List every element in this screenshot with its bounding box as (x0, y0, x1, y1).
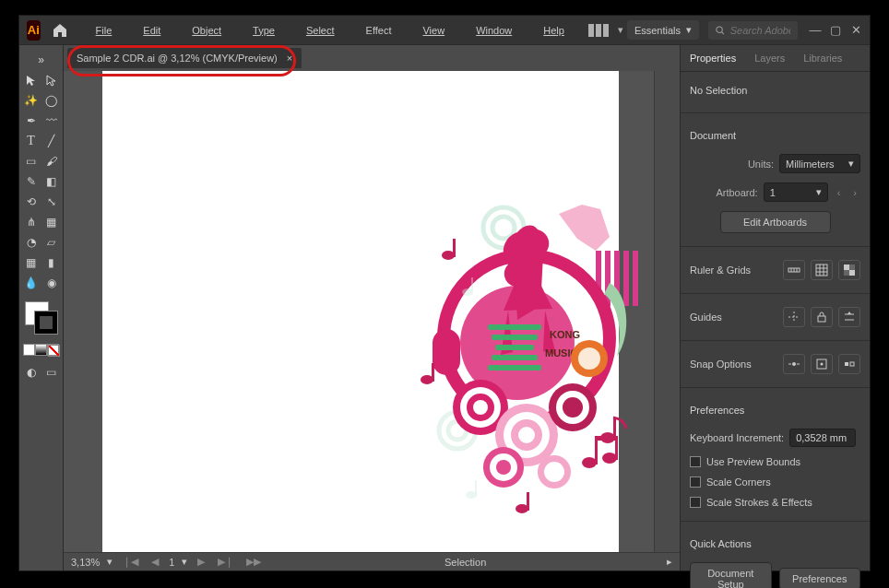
perspective-tool[interactable]: ▱ (42, 233, 61, 252)
eraser-tool[interactable]: ◧ (42, 172, 61, 191)
document-section: Document (690, 126, 860, 145)
document-tab[interactable]: Sample 2 CDR.ai @ 3,12% (CMYK/Preview) × (67, 48, 302, 68)
svg-text:KONG: KONG (550, 329, 580, 340)
menu-view[interactable]: View (408, 21, 459, 40)
artboard-dropdown[interactable]: 1▾ (764, 182, 828, 202)
guides-label: Guides (690, 312, 777, 323)
zoom-level[interactable]: 3,13% (71, 557, 100, 568)
svg-rect-56 (475, 480, 477, 497)
magic-wand-tool[interactable]: ✨ (22, 91, 41, 110)
snap-grid-icon[interactable] (811, 354, 833, 374)
svg-rect-54 (471, 277, 473, 294)
workspace-switcher[interactable]: Essentials ▾ (627, 20, 699, 40)
rotate-tool[interactable]: ⟲ (22, 193, 41, 211)
svg-point-3 (492, 217, 515, 239)
canvas[interactable]: KONG MUSIC (64, 71, 654, 552)
artboard-prev[interactable]: ‹ (834, 187, 845, 198)
scale-corners-checkbox[interactable]: Scale Corners (690, 476, 860, 488)
menu-edit[interactable]: Edit (128, 21, 175, 40)
pen-tool[interactable]: ✒ (22, 112, 41, 130)
artboard-next[interactable]: › (849, 187, 860, 198)
direct-selection-tool[interactable] (42, 71, 61, 89)
artwork: KONG MUSIC (416, 200, 665, 523)
grid-icon[interactable] (811, 260, 833, 280)
preferences-button[interactable]: Preferences (779, 568, 861, 588)
stroke-swatch[interactable] (34, 311, 58, 335)
status-menu-icon[interactable]: ▸ (667, 556, 672, 568)
prev-artboard-button[interactable]: ◀ (148, 556, 161, 568)
status-bar: 3,13% ▾ ❘◀ ◀ 1 ▾ ▶ ▶❘ ▶▶ Selection ▸ (64, 552, 680, 570)
arrange-documents-icon[interactable] (588, 24, 609, 37)
shape-builder-tool[interactable]: ◔ (22, 233, 41, 252)
menu-file[interactable]: File (81, 21, 127, 40)
menu-object[interactable]: Object (177, 21, 236, 40)
smart-guides-icon[interactable] (838, 307, 860, 327)
menu-type[interactable]: Type (238, 21, 290, 40)
tab-layers[interactable]: Layers (745, 45, 794, 71)
color-mode-swatches[interactable] (23, 344, 59, 356)
maximize-button[interactable]: ▢ (829, 23, 842, 37)
keyboard-increment-input[interactable] (789, 429, 856, 447)
color-well[interactable] (25, 301, 58, 335)
app-logo: Ai (27, 20, 41, 41)
guides-visibility-icon[interactable] (783, 307, 805, 327)
line-tool[interactable]: ╱ (42, 132, 61, 150)
free-transform-tool[interactable]: ▦ (42, 213, 61, 231)
lasso-tool[interactable]: ◯ (42, 91, 61, 110)
quick-actions-section: Quick Actions (690, 535, 860, 553)
tab-properties[interactable]: Properties (681, 45, 745, 71)
selection-tool[interactable] (22, 71, 41, 89)
rectangle-tool[interactable]: ▭ (22, 152, 41, 171)
svg-point-0 (717, 26, 722, 31)
menu-effect[interactable]: Effect (351, 21, 407, 40)
guides-lock-icon[interactable] (811, 307, 833, 327)
use-preview-bounds-checkbox[interactable]: Use Preview Bounds (690, 456, 860, 467)
snap-point-icon[interactable] (783, 354, 805, 374)
document-tab-close[interactable]: × (287, 53, 292, 64)
document-setup-button[interactable]: Document Setup (690, 562, 772, 588)
svg-rect-18 (488, 365, 541, 370)
menu-select[interactable]: Select (291, 21, 350, 40)
artboard-dropdown-icon[interactable]: ▾ (182, 556, 187, 568)
document-tab-title: Sample 2 CDR.ai @ 3,12% (CMYK/Preview) (77, 53, 278, 64)
scale-tool[interactable]: ⤡ (42, 193, 61, 211)
units-value: Millimeters (786, 159, 835, 170)
svg-marker-75 (848, 312, 851, 314)
menu-window[interactable]: Window (461, 21, 527, 40)
next-artboard-button[interactable]: ▶ (195, 556, 207, 568)
svg-point-31 (518, 427, 535, 443)
snap-pixel-icon[interactable] (838, 354, 860, 374)
double-arrow-icon[interactable]: » (32, 51, 51, 69)
tab-libraries[interactable]: Libraries (794, 45, 851, 71)
blend-tool[interactable]: ◉ (42, 274, 61, 292)
svg-point-47 (602, 453, 617, 464)
search-stock[interactable] (708, 21, 798, 40)
eyedropper-tool[interactable]: 💧 (22, 274, 41, 292)
transparency-grid-icon[interactable] (838, 260, 860, 280)
width-tool[interactable]: ⋔ (22, 213, 41, 231)
screen-mode-icon[interactable]: ▭ (42, 363, 61, 382)
mesh-tool[interactable]: ▦ (22, 253, 41, 272)
zoom-dropdown-icon[interactable]: ▾ (107, 556, 113, 568)
scale-strokes-checkbox[interactable]: Scale Strokes & Effects (690, 497, 860, 508)
artboard-nav-menu[interactable]: ▶▶ (243, 556, 264, 568)
units-dropdown[interactable]: Millimeters▾ (779, 154, 860, 173)
home-icon[interactable] (52, 22, 68, 39)
menu-help[interactable]: Help (528, 21, 579, 40)
first-artboard-button[interactable]: ❘◀ (120, 556, 141, 568)
drawing-mode-icon[interactable]: ◐ (22, 363, 41, 382)
brush-tool[interactable]: 🖌 (42, 152, 61, 171)
artboard-label: Artboard: (690, 187, 758, 198)
ruler-icon[interactable] (783, 260, 805, 280)
last-artboard-button[interactable]: ▶❘ (215, 556, 236, 568)
minimize-button[interactable]: — (809, 23, 822, 37)
search-input[interactable] (730, 25, 790, 36)
arrange-dropdown-icon[interactable]: ▾ (618, 24, 623, 36)
shaper-tool[interactable]: ✎ (22, 172, 41, 191)
curvature-tool[interactable]: 〰 (42, 112, 61, 130)
edit-artboards-button[interactable]: Edit Artboards (720, 211, 831, 233)
artboard-number[interactable]: 1 (169, 557, 174, 568)
type-tool[interactable]: T (22, 132, 41, 150)
gradient-tool[interactable]: ▮ (42, 253, 61, 272)
close-button[interactable]: ✕ (849, 23, 862, 37)
